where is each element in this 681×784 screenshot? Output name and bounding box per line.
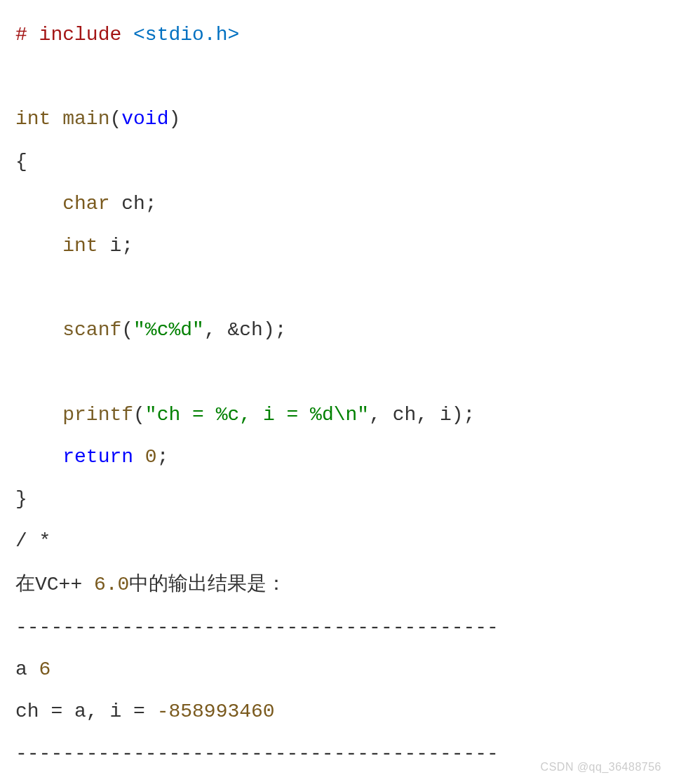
cn-suffix: 中的输出结果是： [129, 572, 286, 594]
amp-ch: &ch [227, 319, 262, 341]
paren-close: ) [263, 319, 275, 341]
out-val: -858993460 [157, 701, 275, 722]
indent [15, 404, 62, 426]
paren-open: ( [121, 319, 133, 341]
watermark: CSDN @qq_36488756 [541, 755, 661, 779]
code-block: # include <stdio.h> int main(void) { cha… [15, 14, 666, 775]
num-zero: 0 [133, 446, 157, 468]
kw-int: int [15, 108, 50, 130]
var-ch: ch [109, 193, 144, 215]
semi: ; [275, 319, 287, 341]
dashes: ----------------------------------------… [15, 616, 499, 638]
fn-main: main [50, 108, 109, 130]
indent [15, 193, 62, 215]
str-printf: "ch = %c, i = %d\n" [145, 404, 369, 426]
comment-open: / * [15, 530, 50, 552]
out-6: 6 [39, 658, 51, 680]
semi: ; [121, 235, 133, 257]
brace-open: { [15, 151, 27, 173]
brace-close: } [15, 488, 27, 510]
include-close: > [227, 24, 239, 46]
kw-char: char [62, 193, 109, 215]
var-i: i [98, 235, 122, 257]
comma: , [369, 404, 393, 426]
kw-void: void [121, 108, 168, 130]
dashes: ----------------------------------------… [15, 743, 499, 764]
arg-ch: ch [393, 404, 417, 426]
kw-int2: int [62, 235, 97, 257]
fn-printf: printf [62, 404, 133, 426]
semi: ; [157, 446, 169, 468]
arg-i: i [440, 404, 452, 426]
out-a: a [15, 658, 39, 680]
indent [15, 446, 62, 468]
paren-close: ) [168, 108, 180, 130]
vcpp: VC++ [35, 574, 94, 595]
semi: ; [464, 404, 476, 426]
paren-close: ) [452, 404, 464, 426]
str-scanf: "%c%d" [133, 319, 204, 341]
out-ch-eq: ch = a, i = [15, 701, 157, 722]
preproc-hash: # [15, 24, 27, 46]
semi: ; [145, 193, 157, 215]
include-open: < [133, 24, 145, 46]
kw-return: return [62, 446, 133, 468]
indent [15, 319, 62, 341]
comma: , [204, 319, 228, 341]
paren-open: ( [109, 108, 121, 130]
fn-scanf: scanf [62, 319, 121, 341]
comma: , [416, 404, 440, 426]
cn-prefix: 在 [15, 572, 35, 594]
vc-ver: 6.0 [94, 574, 129, 595]
include-file: stdio.h [145, 24, 228, 46]
indent [15, 235, 62, 257]
preproc-include: include [27, 24, 133, 46]
paren-open: ( [133, 404, 145, 426]
